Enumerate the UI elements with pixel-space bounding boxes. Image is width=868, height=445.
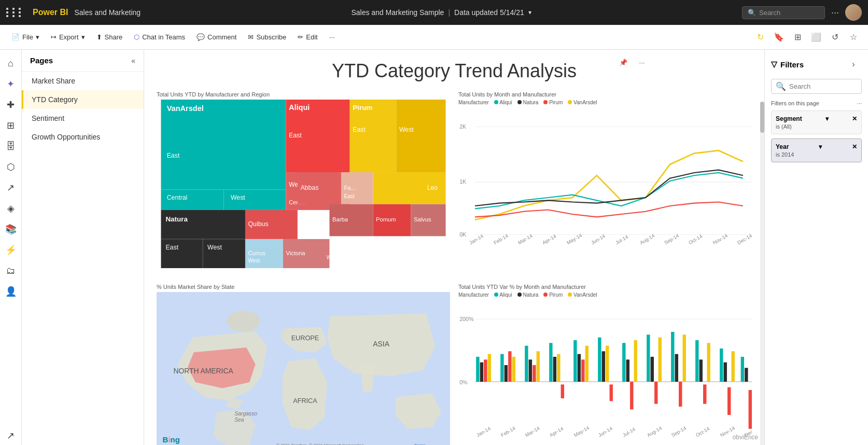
edit-button[interactable]: ✏ Edit xyxy=(292,31,323,44)
bar-chart-svg: 200% 0% xyxy=(458,300,752,445)
refresh-button[interactable]: ↻ xyxy=(752,29,768,46)
comment-button[interactable]: 💬 Comment xyxy=(191,31,242,44)
svg-text:Pomum: Pomum xyxy=(376,216,396,223)
svg-rect-85 xyxy=(602,351,605,382)
svg-rect-74 xyxy=(533,365,536,382)
reset-button[interactable]: ↺ xyxy=(827,29,843,46)
treemap-section: Total Units YTD by Manufacturer and Regi… xyxy=(152,87,454,280)
bookmark-button[interactable]: 🔖 xyxy=(771,29,787,46)
svg-rect-103 xyxy=(707,343,710,382)
topbar: Power BI Sales and Marketing Sales and M… xyxy=(0,0,868,25)
svg-text:VanArsdel: VanArsdel xyxy=(167,104,204,113)
sidebar-metrics-icon[interactable]: ↗ xyxy=(2,178,20,197)
legend-manufacturer-label: Manufacturer xyxy=(458,100,489,105)
svg-rect-72 xyxy=(525,346,528,382)
topbar-search[interactable]: 🔍 Search xyxy=(742,6,825,19)
filters-expand-button[interactable]: › xyxy=(845,56,862,73)
fit-page-button[interactable]: ⬜ xyxy=(808,29,824,46)
scrollbar-thumb[interactable] xyxy=(760,102,764,133)
page-item-growth-opportunities[interactable]: Growth Opportunities xyxy=(22,128,144,146)
pages-collapse-button[interactable]: « xyxy=(131,57,135,65)
apps-grid-icon[interactable] xyxy=(6,8,23,17)
filter-segment-clear[interactable]: ✕ xyxy=(852,115,857,122)
favorite-button[interactable]: ☆ xyxy=(845,29,862,46)
comment-icon: 💬 xyxy=(197,33,205,41)
filter-year-card[interactable]: Year ▾ ✕ is 2014 xyxy=(771,138,862,162)
svg-text:Sea: Sea xyxy=(234,417,244,423)
svg-text:Jan-14: Jan-14 xyxy=(475,425,492,438)
sidebar-copilot-icon[interactable]: ✦ xyxy=(2,75,20,93)
export-button[interactable]: ↦ Export ▾ xyxy=(46,31,90,44)
chevron-down-icon: ▾ xyxy=(528,9,531,16)
sidebar-browse-icon[interactable]: ⊞ xyxy=(2,116,20,135)
sidebar-realtime-icon[interactable]: ⚡ xyxy=(2,241,20,259)
share-button[interactable]: ⬆ Share xyxy=(91,31,128,44)
svg-rect-75 xyxy=(537,351,540,382)
sidebar-apps-icon[interactable]: ⬡ xyxy=(2,158,20,176)
svg-rect-64 xyxy=(476,357,479,382)
filter-year-clear[interactable]: ✕ xyxy=(852,143,857,150)
svg-text:2K: 2K xyxy=(459,123,466,130)
svg-text:East: East xyxy=(344,193,354,199)
sidebar-onelake-icon[interactable]: 🗄 xyxy=(2,137,20,156)
subscribe-button[interactable]: ✉ Subscribe xyxy=(243,31,291,44)
filter-icon: ▽ xyxy=(771,60,777,69)
page-item-ytd-category[interactable]: YTD Category xyxy=(22,90,144,109)
page-item-sentiment[interactable]: Sentiment xyxy=(22,109,144,128)
sidebar-expand-icon[interactable]: ↗ xyxy=(2,426,20,445)
svg-rect-110 xyxy=(749,390,752,429)
bar-legend-pirum: Pirum xyxy=(549,292,563,298)
sidebar-workspaces-icon[interactable]: 🗂 xyxy=(2,261,20,280)
svg-rect-105 xyxy=(724,363,727,382)
bar-legend-aliqui: Aliqui xyxy=(499,292,512,298)
sidebar-learn-icon[interactable]: 📚 xyxy=(2,220,20,239)
more-options-button[interactable]: ··· xyxy=(831,7,839,18)
chat-in-teams-button[interactable]: ⬡ Chat in Teams xyxy=(129,31,190,44)
toolbar-more-button[interactable]: ··· xyxy=(324,31,340,44)
sidebar-person-icon[interactable]: 👤 xyxy=(2,282,20,301)
sidebar-monitor-icon[interactable]: ◈ xyxy=(2,199,20,218)
treemap-container[interactable]: VanArsdel East Central West Aliqui East … xyxy=(157,100,450,268)
filter-segment-card[interactable]: Segment ▾ ✕ is (All) xyxy=(771,110,862,134)
svg-rect-71 xyxy=(512,357,515,382)
svg-rect-109 xyxy=(745,368,748,382)
svg-rect-65 xyxy=(480,363,483,382)
filters-title: ▽ Filters xyxy=(771,60,804,69)
search-icon: 🔍 xyxy=(748,9,756,17)
subscribe-label: Subscribe xyxy=(256,33,286,41)
pin-icon[interactable]: 📌 xyxy=(615,54,632,71)
svg-rect-96 xyxy=(671,332,674,382)
report-main-title: YTD Category Trend Analysis xyxy=(144,50,764,87)
export-icon: ↦ xyxy=(51,33,57,41)
svg-rect-73 xyxy=(529,359,532,382)
filter-search-box[interactable]: 🔍 xyxy=(771,79,862,94)
filters-more-icon[interactable]: ··· xyxy=(857,100,862,106)
file-button[interactable]: 📄 File ▾ xyxy=(6,31,45,44)
svg-text:Feb-14: Feb-14 xyxy=(500,425,516,438)
sidebar-home-icon[interactable]: ⌂ xyxy=(2,54,20,73)
treemap-pirum-west[interactable] xyxy=(396,100,445,172)
scrollbar-track[interactable] xyxy=(760,102,764,445)
legend-natura: Natura xyxy=(523,100,538,105)
user-avatar[interactable] xyxy=(845,4,862,21)
file-icon: 📄 xyxy=(11,33,20,41)
page-item-market-share[interactable]: Market Share xyxy=(22,72,144,90)
report-name: Sales and Marketing Sample xyxy=(351,8,444,17)
more-visual-options[interactable]: ··· xyxy=(634,54,650,71)
line-vanarsdel xyxy=(475,150,743,219)
filter-search-icon: 🔍 xyxy=(776,81,786,91)
svg-rect-102 xyxy=(703,384,706,404)
filter-segment-chevron[interactable]: ▾ xyxy=(825,115,829,122)
svg-text:Aliqui: Aliqui xyxy=(289,103,310,112)
filter-year-chevron[interactable]: ▾ xyxy=(819,143,822,150)
svg-text:Natura: Natura xyxy=(165,215,188,223)
svg-text:East: East xyxy=(289,132,302,139)
filter-segment-header: Segment ▾ ✕ xyxy=(776,115,857,122)
map-container[interactable]: NORTH AMERICA EUROPE ASIA AFRICA Sargass… xyxy=(157,292,450,445)
sidebar-create-icon[interactable]: ✚ xyxy=(2,95,20,114)
left-sidebar: ⌂ ✦ ✚ ⊞ 🗄 ⬡ ↗ ◈ 📚 ⚡ 🗂 👤 ↗ xyxy=(0,50,22,445)
svg-text:200%: 200% xyxy=(459,315,474,322)
main-layout: ⌂ ✦ ✚ ⊞ 🗄 ⬡ ↗ ◈ 📚 ⚡ 🗂 👤 ↗ Pages « Market… xyxy=(0,50,868,445)
view-toggle-button[interactable]: ⊞ xyxy=(789,29,806,46)
filter-search-input[interactable] xyxy=(789,82,857,90)
